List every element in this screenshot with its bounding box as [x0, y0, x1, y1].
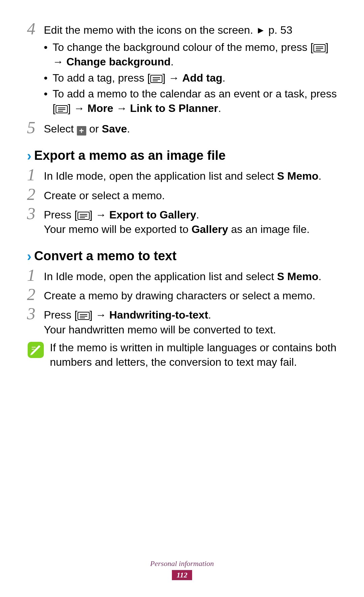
bullet-dot: •: [44, 87, 53, 101]
footer-category: Personal information: [0, 559, 364, 568]
step-body: In Idle mode, open the application list …: [44, 166, 337, 183]
page-number: 112: [172, 570, 192, 580]
bullet-item: • To change the background colour of the…: [44, 40, 337, 69]
step-body: Create a memo by drawing characters or s…: [44, 286, 337, 303]
page-ref: p. 53: [268, 24, 292, 36]
bullet-dot: •: [44, 40, 53, 55]
section-heading-export: › Export a memo as an image file: [27, 148, 337, 163]
sub-bullets: • To change the background colour of the…: [44, 40, 337, 116]
text: Press [: [44, 309, 78, 321]
text: .: [171, 56, 174, 68]
step-b3: 3 Press [] → Handwriting-to-text. Your h…: [27, 305, 337, 337]
content: 4 Edit the memo with the icons on the sc…: [27, 20, 337, 369]
text: .: [208, 309, 211, 321]
plus-icon: +: [77, 126, 86, 136]
text: In Idle mode, open the application list …: [44, 170, 277, 182]
step-number: 3: [27, 205, 44, 222]
text-bold: S Memo: [277, 270, 318, 282]
text: Your handwritten memo will be converted …: [44, 324, 276, 336]
text-bold: Handwriting-to-text: [109, 309, 208, 321]
text: .: [222, 72, 225, 84]
bullet-text: To add a tag, press [] → Add tag.: [53, 71, 337, 85]
bullet-text: To add a memo to the calendar as an even…: [53, 87, 337, 116]
text-bold: Export to Gallery: [109, 209, 196, 221]
text: To change the background colour of the m…: [53, 41, 313, 53]
text: Press [: [44, 209, 78, 221]
bullet-text: To change the background colour of the m…: [53, 40, 337, 69]
step-number: 4: [27, 20, 44, 37]
menu-icon: [56, 105, 68, 113]
text: Your memo will be exported to: [44, 223, 191, 235]
play-icon: ►: [256, 24, 266, 37]
bullet-dot: •: [44, 71, 53, 85]
text: ] →: [68, 102, 88, 114]
note-row: If the memo is written in multiple langu…: [27, 340, 337, 369]
text-bold: Gallery: [191, 223, 228, 235]
step-body: In Idle mode, open the application list …: [44, 267, 337, 284]
step-b2: 2 Create a memo by drawing characters or…: [27, 286, 337, 303]
text: .: [218, 102, 221, 114]
text: To add a tag, press [: [53, 72, 150, 84]
step-4: 4 Edit the memo with the icons on the sc…: [27, 20, 337, 117]
text: ] →: [90, 209, 110, 221]
step-a1: 1 In Idle mode, open the application lis…: [27, 166, 337, 183]
text: .: [127, 123, 130, 135]
bullet-item: • To add a tag, press [] → Add tag.: [44, 71, 337, 85]
step-number: 1: [27, 267, 44, 283]
menu-icon: [78, 212, 90, 220]
text-bold: Change background: [66, 56, 171, 68]
heading-text: Convert a memo to text: [34, 249, 176, 263]
text: Select: [44, 123, 77, 135]
note-icon: [27, 341, 44, 359]
step-a3: 3 Press [] → Export to Gallery. Your mem…: [27, 205, 337, 237]
step-number: 2: [27, 286, 44, 303]
note-text: If the memo is written in multiple langu…: [50, 340, 337, 369]
bullet-item: • To add a memo to the calendar as an ev…: [44, 87, 337, 116]
text: .: [318, 270, 322, 282]
step-body: Edit the memo with the icons on the scre…: [44, 20, 337, 117]
chevron-icon: ›: [27, 249, 31, 263]
step-number: 1: [27, 166, 44, 183]
text-bold: S Memo: [277, 170, 318, 182]
step-b1: 1 In Idle mode, open the application lis…: [27, 267, 337, 284]
chevron-icon: ›: [27, 149, 31, 162]
text-bold: More → Link to S Planner: [88, 102, 218, 114]
text: .: [318, 170, 322, 182]
step-number: 2: [27, 186, 44, 203]
step-body: Select + or Save.: [44, 119, 337, 136]
text: .: [196, 209, 199, 221]
text-bold: Save: [102, 123, 127, 135]
section-heading-convert: › Convert a memo to text: [27, 249, 337, 263]
step-5: 5 Select + or Save.: [27, 119, 337, 136]
text: as an image file.: [228, 223, 310, 235]
step-number: 3: [27, 305, 44, 322]
text-bold: Add tag: [182, 72, 222, 84]
menu-icon: [78, 312, 90, 320]
heading-text: Export a memo as an image file: [34, 148, 225, 163]
text: In Idle mode, open the application list …: [44, 270, 277, 282]
text: ] →: [162, 72, 182, 84]
menu-icon: [313, 44, 326, 52]
step-body: Create or select a memo.: [44, 186, 337, 203]
text: ] →: [90, 309, 110, 321]
step-a2: 2 Create or select a memo.: [27, 186, 337, 203]
text: Edit the memo with the icons on the scre…: [44, 24, 256, 36]
text: or: [86, 123, 102, 135]
page-footer: Personal information 112: [0, 559, 364, 580]
menu-icon: [150, 75, 162, 83]
step-body: Press [] → Export to Gallery. Your memo …: [44, 205, 337, 237]
step-number: 5: [27, 119, 44, 136]
manual-page: 4 Edit the memo with the icons on the sc…: [0, 0, 364, 597]
step-body: Press [] → Handwriting-to-text. Your han…: [44, 305, 337, 337]
